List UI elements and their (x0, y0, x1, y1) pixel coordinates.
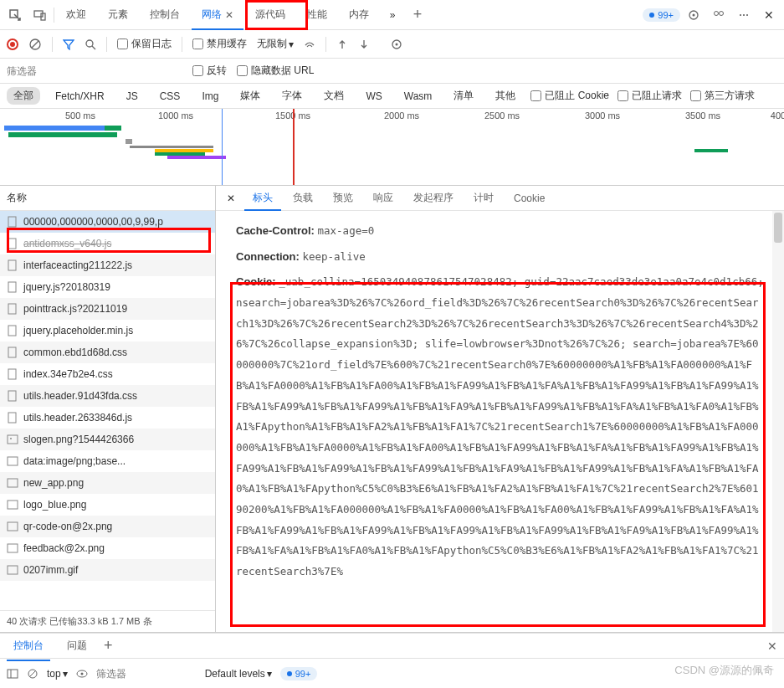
list-item[interactable]: utils.header.2633846d.js (0, 407, 215, 429)
type-js[interactable]: JS (120, 89, 145, 104)
type-wasm[interactable]: Wasm (397, 89, 439, 104)
search-icon[interactable] (85, 39, 96, 50)
list-item[interactable]: feedback@2x.png (0, 537, 215, 559)
disable-cache-checkbox[interactable]: 禁用缓存 (192, 37, 247, 51)
tab-preview[interactable]: 预览 (325, 186, 361, 210)
list-item[interactable]: qr-code-on@2x.png (0, 516, 215, 537)
list-item[interactable]: utils.header.91d43fda.css (0, 385, 215, 407)
tab-memory[interactable]: 内存 (339, 0, 379, 30)
invert-checkbox[interactable]: 反转 (192, 64, 227, 78)
name-column-header[interactable]: 名称 (0, 186, 215, 211)
svg-rect-19 (8, 347, 16, 357)
file-name: index.34e7b2e4.css (23, 368, 113, 380)
list-item[interactable]: interfaceacting211222.js (0, 254, 215, 276)
tab-response[interactable]: 响应 (365, 186, 402, 210)
header-key: Cookie: (236, 275, 276, 288)
device-toggle-icon[interactable] (28, 3, 52, 27)
type-all[interactable]: 全部 (7, 87, 40, 105)
close-icon[interactable]: ✕ (757, 3, 781, 27)
preserve-log-checkbox[interactable]: 保留日志 (117, 37, 172, 51)
errors-badge[interactable]: 99+ (643, 8, 680, 22)
list-item[interactable]: index.34e7b2e4.css (0, 363, 215, 385)
export-icon[interactable] (358, 39, 370, 50)
filter-icon[interactable] (63, 39, 74, 50)
type-fetch[interactable]: Fetch/XHR (49, 89, 111, 104)
tab-console[interactable]: 控制台 (140, 0, 190, 30)
record-button[interactable] (7, 39, 18, 50)
throttling-select[interactable]: 无限制▾ (257, 37, 294, 51)
tab-timing[interactable]: 计时 (465, 186, 502, 210)
blocked-cookie-checkbox[interactable]: 已阻止 Cookie (530, 89, 609, 103)
more-tabs-icon[interactable]: » (381, 3, 404, 27)
console-filter-input[interactable] (96, 664, 197, 684)
blocked-req-checkbox[interactable]: 已阻止请求 (617, 89, 682, 103)
type-img[interactable]: Img (195, 89, 225, 104)
tab-headers[interactable]: 标头 (244, 186, 281, 210)
drawer-issues-tab[interactable]: 问题 (60, 635, 94, 656)
tab-sources[interactable]: 源代码 (245, 0, 295, 30)
list-item[interactable]: jquery.placeholder.min.js (0, 320, 215, 341)
tab-performance[interactable]: 性能 (297, 0, 337, 30)
close-drawer-icon[interactable]: ✕ (767, 639, 777, 653)
close-detail-icon[interactable]: ✕ (221, 188, 241, 208)
separator (52, 37, 53, 52)
eye-icon[interactable] (76, 668, 88, 680)
add-tab-icon[interactable]: + (406, 3, 429, 27)
log-levels-select[interactable]: Default levels ▾ (205, 668, 272, 680)
list-item[interactable]: antidomxss_v640.js (0, 233, 215, 254)
type-filter-row: 全部 Fetch/XHR JS CSS Img 媒体 字体 文档 WS Wasm… (0, 84, 784, 109)
file-list: 000000,000000,0000,00,9,99,p antidomxss_… (0, 211, 215, 610)
type-font[interactable]: 字体 (275, 87, 309, 105)
console-badge[interactable]: 99+ (280, 667, 318, 680)
type-manifest[interactable]: 清单 (447, 87, 480, 105)
filter-input[interactable] (7, 61, 182, 81)
type-doc[interactable]: 文档 (317, 87, 351, 105)
list-item[interactable]: common.ebd1d68d.css (0, 341, 215, 363)
list-item[interactable]: logo_blue.png (0, 494, 215, 516)
network-settings-icon[interactable] (390, 38, 403, 51)
request-detail-panel: ✕ 标头 负载 预览 响应 发起程序 计时 Cookie Cache-Contr… (216, 186, 784, 632)
svg-rect-31 (8, 670, 18, 678)
list-item[interactable]: new_app.png (0, 472, 215, 494)
svg-point-9 (86, 40, 93, 47)
feedback-icon[interactable] (707, 3, 730, 27)
chevron-down-icon: ▾ (267, 668, 272, 680)
image-icon (7, 477, 18, 489)
drawer-console-tab[interactable]: 控制台 (7, 635, 50, 656)
context-select[interactable]: top ▾ (47, 668, 68, 680)
settings-icon[interactable] (682, 3, 705, 27)
tab-initiator[interactable]: 发起程序 (405, 186, 462, 210)
type-css[interactable]: CSS (153, 89, 187, 104)
type-media[interactable]: 媒体 (233, 87, 267, 105)
add-drawer-tab-icon[interactable]: + (104, 637, 113, 655)
clear-button[interactable] (28, 38, 42, 51)
svg-rect-20 (8, 369, 16, 379)
clear-console-icon[interactable] (27, 668, 38, 680)
list-item[interactable]: data:image/png;base... (0, 450, 215, 472)
type-ws[interactable]: WS (359, 89, 388, 104)
list-item[interactable]: jquery.js?20180319 (0, 276, 215, 298)
list-item[interactable]: 000000,000000,0000,00,9,99,p (0, 211, 215, 233)
svg-rect-26 (8, 479, 18, 487)
tab-welcome[interactable]: 欢迎 (56, 0, 96, 30)
scrollbar[interactable] (772, 211, 784, 632)
list-item[interactable]: slogen.png?1544426366 (0, 429, 215, 450)
type-other[interactable]: 其他 (489, 87, 522, 105)
separator (325, 37, 326, 52)
third-party-label: 第三方请求 (705, 89, 755, 103)
console-sidebar-icon[interactable] (7, 668, 18, 680)
inspect-icon[interactable] (3, 3, 27, 27)
hide-data-urls-checkbox[interactable]: 隐藏数据 URL (237, 64, 314, 78)
third-party-checkbox[interactable]: 第三方请求 (690, 89, 755, 103)
list-item[interactable]: 0207imm.gif (0, 559, 215, 581)
timeline[interactable]: 500 ms 1000 ms 1500 ms 2000 ms 2500 ms 3… (0, 109, 784, 186)
import-icon[interactable] (336, 39, 348, 50)
tab-payload[interactable]: 负载 (284, 186, 321, 210)
tab-cookies[interactable]: Cookie (505, 187, 553, 209)
menu-icon[interactable]: ⋯ (732, 3, 756, 27)
tab-network[interactable]: 网络✕ (192, 0, 243, 30)
tab-elements[interactable]: 元素 (98, 0, 138, 30)
network-conditions-icon[interactable] (304, 39, 315, 50)
tab-close-icon[interactable]: ✕ (225, 9, 233, 21)
list-item[interactable]: pointtrack.js?20211019 (0, 298, 215, 320)
